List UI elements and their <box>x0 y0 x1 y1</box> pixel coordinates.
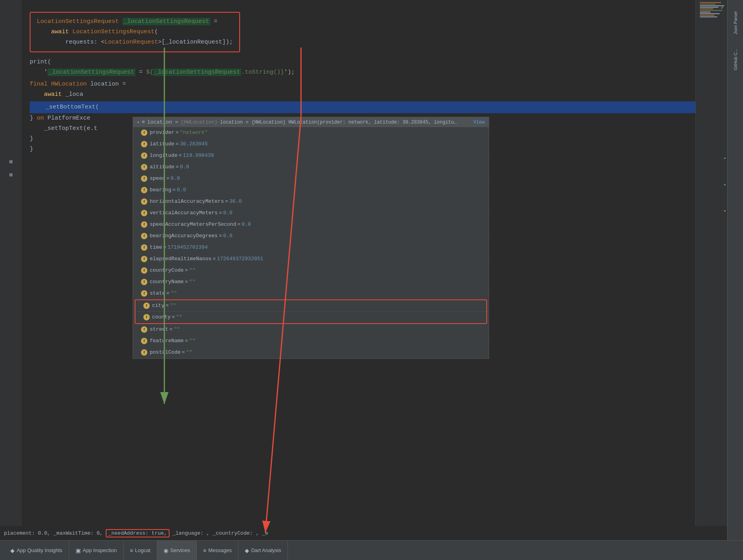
f-icon: f <box>141 290 147 297</box>
debug-field-provider: f provider = "network" <box>133 127 489 139</box>
debug-field-city: f city = "" <box>135 300 486 312</box>
sidebar-tab-github[interactable]: GitHub C... <box>732 46 739 73</box>
debug-field-vertical: f verticalAccuracyMeters = 0.0 <box>133 208 489 219</box>
debug-field-speedacc: f speedAccuracyMetersPerSecond = 0.0 <box>133 219 489 230</box>
sidebar-tab-json-parser[interactable]: Json Parser <box>732 8 739 38</box>
final-block: final HWLocation location = await _loca <box>30 79 735 100</box>
status-code-after: _language: , _countryCode: , _e <box>170 530 269 536</box>
debug-field-street: f street = "" <box>133 324 489 335</box>
debug-field-time: f time = 1719452701394 <box>133 242 489 253</box>
f-icon: f <box>143 303 150 309</box>
list-icon: ≡ <box>142 119 145 125</box>
debug-field-countryname: f countryName = "" <box>133 276 489 288</box>
f-icon: f <box>141 152 147 159</box>
f-icon: f <box>141 244 147 251</box>
debug-field-elapsed: f elapsedRealtimeNanos = 172649372932051 <box>133 253 489 265</box>
location-type: {HWLocation} <box>181 119 218 125</box>
code-line-print: print( <box>30 57 735 67</box>
tab-services[interactable]: ◉ Services <box>157 541 197 560</box>
left-icon-1[interactable]: ⊞ <box>9 158 12 165</box>
app-inspection-icon: ▣ <box>76 547 81 554</box>
debug-field-longitude: f longitude = 119.998439 <box>133 150 489 162</box>
tab-logcat[interactable]: ≡ Logcat <box>124 541 157 560</box>
location-label: location = <box>147 119 178 125</box>
debug-field-speed: f speed = 0.0 <box>133 173 489 185</box>
debug-field-state: f state = "" <box>133 288 489 299</box>
code-line-await: await _loca <box>30 90 735 100</box>
debug-field-bearing: f bearing = 0.0 <box>133 185 489 196</box>
green-check-icon: ✓ <box>720 2 725 12</box>
debug-field-bearingacc: f bearingAccuracyDegrees = 0.0 <box>133 230 489 242</box>
print-block: print( '_locationSettingsRequest = ${_lo… <box>30 57 735 78</box>
left-icon-2[interactable]: ⊞ <box>9 171 12 178</box>
tab-app-inspection[interactable]: ▣ App Inspection <box>69 541 124 560</box>
tab-app-quality-label: App Quality Insights <box>17 547 63 553</box>
f-icon: f <box>143 314 150 320</box>
f-icon: f <box>141 175 147 182</box>
debug-field-featurename: f featureName = "" <box>133 335 489 347</box>
debug-field-latitude: f latitude = 30.283045 <box>133 139 489 150</box>
messages-icon: ≡ <box>203 547 206 554</box>
bottom-status-area: placement: 0.0, _maxWaitTime: 0 , _needA… <box>0 526 727 540</box>
f-icon: f <box>141 349 147 356</box>
dart-analysis-icon: ◆ <box>245 547 249 554</box>
f-icon: f <box>141 338 147 344</box>
debug-field-horizontal: f horizontalAccuracyMeters = 36.0 <box>133 196 489 208</box>
status-code-before: placement: 0.0, _maxWaitTime: 0 <box>4 530 100 536</box>
tab-dart-analysis[interactable]: ◆ Dart Analysis <box>238 541 288 560</box>
tab-messages-label: Messages <box>208 547 232 553</box>
tab-logcat-label: Logcat <box>135 547 151 553</box>
code-line-setbottom: _setBottomText( <box>31 102 733 112</box>
right-sidebar: Json Parser GitHub C... <box>727 0 743 560</box>
f-icon: f <box>141 141 147 147</box>
f-icon: f <box>141 210 147 216</box>
f-icon: f <box>141 233 147 239</box>
need-address-highlight: _needAddress: true, <box>106 529 169 537</box>
debug-field-county: f county = "" <box>135 312 486 323</box>
debug-popup: ▾ ≡ location = {HWLocation} location = {… <box>133 117 489 359</box>
tab-app-inspection-label: App Inspection <box>83 547 117 553</box>
f-icon: f <box>141 326 147 333</box>
debug-field-altitude: f altitude = 0.0 <box>133 162 489 173</box>
minimap <box>695 0 727 526</box>
tab-messages[interactable]: ≡ Messages <box>197 541 238 560</box>
f-icon: f <box>141 164 147 170</box>
debug-fields-list: f provider = "network" f latitude = 30.2… <box>133 127 489 358</box>
selected-code-line: _setBottomText( <box>30 101 735 113</box>
services-icon: ◉ <box>164 547 168 554</box>
collapse-icon[interactable]: ▾ <box>137 120 139 125</box>
debug-field-countrycode: f countryCode = "" <box>133 265 489 276</box>
f-icon: f <box>141 256 147 262</box>
view-link[interactable]: View <box>473 120 485 125</box>
logcat-icon: ≡ <box>130 547 133 554</box>
tab-services-label: Services <box>170 547 190 553</box>
code-line-print-body: '_locationSettingsRequest = ${_locationS… <box>30 67 735 78</box>
location-value: location = {HWLocation} HWLocation(provi… <box>220 120 457 125</box>
f-icon: f <box>141 267 147 274</box>
code-line-3: requests: <LocationRequest>[_locationReq… <box>37 37 233 48</box>
f-icon: f <box>141 221 147 228</box>
debug-field-postalcode: f postalCode = "" <box>133 347 489 358</box>
code-line-2: await LocationSettingsRequest( <box>37 27 233 37</box>
app-quality-icon: ◆ <box>10 547 15 554</box>
code-line-1: LocationSettingsRequest _locationSetting… <box>37 17 233 27</box>
tab-app-quality[interactable]: ◆ App Quality Insights <box>4 541 69 560</box>
bottom-bar: ◆ App Quality Insights ▣ App Inspection … <box>0 540 743 560</box>
f-icon: f <box>141 279 147 285</box>
f-icon: f <box>141 198 147 205</box>
code-line-final: final HWLocation location = <box>30 79 735 90</box>
status-code-comma: , <box>100 530 106 536</box>
red-box-code-block: LocationSettingsRequest _locationSetting… <box>30 12 735 55</box>
line-numbers: ⊞ ⊞ <box>0 0 22 540</box>
f-icon: f <box>141 187 147 193</box>
city-county-highlight-box: f city = "" f county = "" <box>135 299 487 324</box>
f-icon: f <box>141 130 147 136</box>
debug-popup-header: ▾ ≡ location = {HWLocation} location = {… <box>133 117 489 127</box>
tab-dart-analysis-label: Dart Analysis <box>251 547 281 553</box>
